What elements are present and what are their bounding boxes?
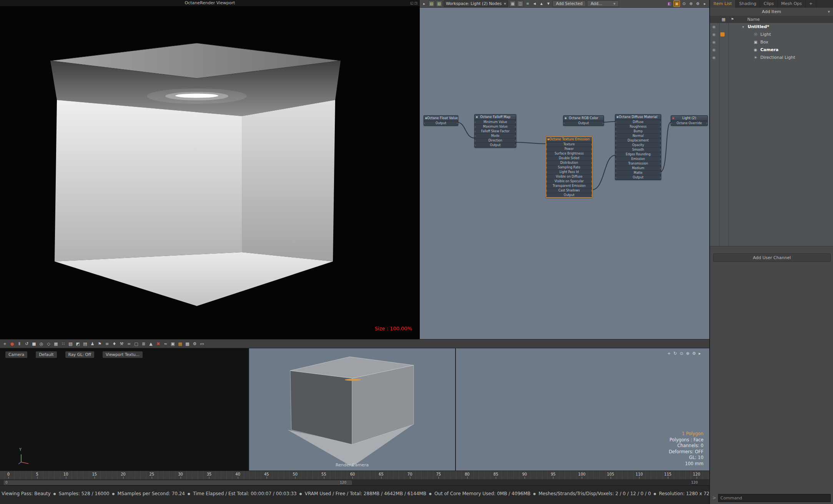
add-node-icon[interactable]: ▧ — [428, 0, 435, 7]
node-state-icon[interactable] — [425, 117, 427, 119]
add-workspace-icon[interactable]: ⊕ — [688, 1, 694, 7]
stack-icon[interactable]: ≣ — [140, 340, 147, 348]
viewport-chip-viewport-textu[interactable]: Viewport Textu... — [103, 351, 143, 358]
render-preview-icon[interactable]: ▧ — [67, 340, 74, 348]
prev-workspace-icon[interactable]: ▸ — [421, 1, 427, 7]
timeline-range-bar[interactable]: 0 120 120 — [0, 479, 709, 486]
add-item-button[interactable]: Add Item ▾ — [710, 8, 833, 16]
tool-icon[interactable]: ⚒ — [118, 340, 125, 348]
viewport-gear-icon[interactable]: ⚙ — [692, 351, 696, 356]
node-port-output[interactable]: Output — [424, 121, 458, 125]
item-label[interactable]: Untitled* — [748, 23, 769, 31]
node-port-transmission[interactable]: Transmission — [615, 161, 661, 166]
stop-icon[interactable]: ■ — [30, 340, 38, 348]
timeline-ruler[interactable]: 0510152025303540455055606570758085909510… — [0, 471, 709, 480]
node-port-direction[interactable]: Direction — [475, 138, 516, 143]
lock-column-icon[interactable]: ⚑ — [731, 16, 734, 23]
node-port-displacement[interactable]: Displacement — [615, 138, 661, 143]
visibility-eye-icon[interactable]: ◉ — [712, 31, 716, 38]
item-label[interactable]: Directional Light — [760, 54, 795, 62]
node-octane-diffuse-material[interactable]: Octane Diffuse MaterialDiffuseRoughnessB… — [615, 114, 661, 180]
tab-mesh-ops[interactable]: Mesh Ops — [778, 0, 806, 8]
viewport-more-icon[interactable]: ▸ — [698, 351, 701, 356]
info-viewport[interactable]: +↻⊙⊕⚙▸ 1 PolygonPolygons : FaceChannels:… — [456, 348, 709, 471]
node-port-output[interactable]: Output — [546, 193, 592, 197]
tab-shading[interactable]: Shading — [736, 0, 760, 8]
node-port-visible-on-specular[interactable]: Visible on Specular — [546, 179, 592, 184]
node-port-double-sided[interactable]: Double Sided — [546, 156, 592, 161]
octane-overlay-icon[interactable]: ▣ — [673, 0, 680, 7]
node-port-minimum-value[interactable]: Minimum Value — [475, 120, 516, 125]
tab-clips[interactable]: Clips — [760, 0, 778, 8]
node-port-distribution[interactable]: Distribution — [546, 161, 592, 165]
nav-up-icon[interactable]: ▲ — [539, 1, 544, 7]
octane-render-viewport[interactable]: OctaneRender Viewport ◱◳ — [0, 0, 421, 339]
node-port-visible-on-diffuse[interactable]: Visible on Diffuse — [546, 175, 592, 179]
shade-mode-icon[interactable]: ◩ — [74, 340, 81, 348]
node-port-output[interactable]: Output — [615, 175, 661, 180]
node-port-output[interactable]: Output — [475, 143, 516, 147]
node-octane-falloff-map[interactable]: Octane Falloff MapMinimum ValueMaximum V… — [474, 114, 516, 148]
octane-override-badge[interactable] — [720, 32, 725, 37]
command-input[interactable] — [718, 494, 831, 502]
grid-snap-icon[interactable]: ▦ — [52, 340, 60, 348]
viewport-chip-ray-gl-off[interactable]: Ray GL: Off — [65, 351, 94, 358]
node-port-medium[interactable]: Medium — [615, 166, 661, 171]
node-title[interactable]: Light (2) — [671, 116, 707, 121]
camera-viewport[interactable]: Render Camera — [249, 348, 456, 471]
node-port-smooth[interactable]: Smooth — [615, 148, 661, 152]
settings-gear-icon[interactable]: ⚙ — [695, 1, 701, 7]
reset-icon[interactable]: ↺ — [23, 340, 30, 348]
node-state-icon[interactable] — [547, 138, 549, 140]
uv-checker-icon[interactable]: ▩ — [176, 340, 184, 348]
node-port-surface-brightness[interactable]: Surface Brightness — [546, 151, 592, 156]
node-light-2[interactable]: Light (2)Octane Override — [671, 115, 708, 126]
render-column-icon[interactable]: ▦ — [722, 16, 725, 23]
node-port-bump[interactable]: Bump — [615, 129, 661, 134]
frame-all-icon[interactable]: ⊞ — [525, 1, 530, 7]
visibility-eye-icon[interactable]: ◉ — [712, 38, 716, 46]
record-icon[interactable]: ● — [8, 340, 16, 348]
expander-icon[interactable]: ▾ — [742, 23, 744, 31]
split-layout-icon[interactable]: ◫ — [517, 0, 524, 7]
pin-icon[interactable]: ♦ — [111, 340, 118, 348]
duplicate-node-icon[interactable]: ▧ — [436, 0, 442, 7]
render-viewport-titlebar[interactable]: OctaneRender Viewport ◱◳ — [0, 0, 420, 7]
node-octane-float-value[interactable]: Octane Float ValueOutput — [424, 115, 458, 126]
node-octane-texture-emission[interactable]: Octane Texture EmissionTexturePowerSurfa… — [546, 136, 592, 198]
viewport-corner-icons[interactable]: ◱◳ — [410, 0, 418, 6]
graph-icon[interactable]: ≈ — [162, 340, 169, 348]
render-canvas[interactable] — [0, 6, 420, 339]
node-state-icon[interactable] — [565, 117, 567, 119]
viewport-chip-default[interactable]: Default — [36, 351, 57, 358]
visibility-eye-icon[interactable]: ◉ — [712, 54, 716, 62]
node-port-emission[interactable]: Emission — [615, 157, 661, 161]
model-canvas[interactable] — [249, 348, 456, 471]
perspective-viewport[interactable]: CameraDefaultRay GL: OffViewport Textu..… — [0, 348, 249, 471]
node-port-edges-rounding[interactable]: Edges Rounding — [615, 152, 661, 157]
node-title[interactable]: Octane Diffuse Material — [615, 115, 661, 120]
node-port-light-pass-id[interactable]: Light Pass Id — [546, 170, 592, 175]
node-state-icon[interactable] — [476, 116, 478, 118]
node-title[interactable]: Octane RGB Color — [564, 116, 604, 121]
node-port-mode[interactable]: Mode — [475, 134, 516, 138]
viewport-chip-camera[interactable]: Camera — [5, 351, 27, 358]
pan-icon[interactable]: + — [667, 351, 671, 356]
node-state-icon[interactable] — [617, 116, 619, 118]
gear-icon[interactable]: ⚙ — [191, 340, 198, 348]
add-user-channel-button[interactable]: Add User Channel — [713, 253, 831, 262]
node-port-roughness[interactable]: Roughness — [615, 125, 661, 129]
add-selected-button[interactable]: Add Selected — [552, 0, 586, 7]
node-title[interactable]: Octane Texture Emission — [546, 137, 592, 142]
maximize-viewport-icon[interactable]: ◳ — [414, 1, 418, 5]
nav-down-icon[interactable]: ▼ — [545, 1, 551, 7]
node-port-falloff-skew-factor[interactable]: Falloff Skew Factor — [475, 129, 516, 134]
node-port-output[interactable]: Output — [564, 121, 604, 125]
dimensions-icon[interactable]: ∷ — [60, 340, 67, 348]
item-label[interactable]: Camera — [760, 46, 778, 54]
node-port-diffuse[interactable]: Diffuse — [615, 120, 661, 125]
workspace-dropdown[interactable]: Workspace: Light (2) Nodes▾ — [444, 0, 508, 7]
tab-add-tab[interactable]: + — [806, 0, 816, 8]
snap-icon[interactable]: ◇ — [45, 340, 52, 348]
node-port-power[interactable]: Power — [546, 147, 592, 151]
